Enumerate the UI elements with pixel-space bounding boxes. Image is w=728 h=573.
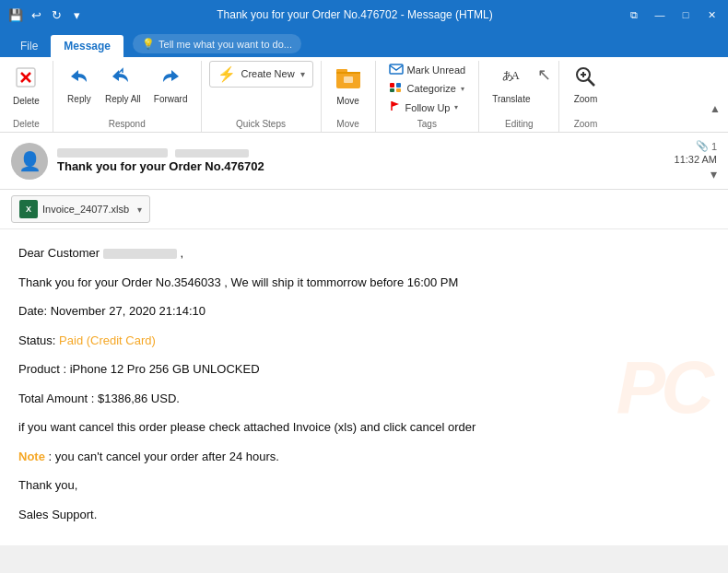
zoom-group-label: Zoom bbox=[567, 117, 604, 132]
sender-avatar: 👤 bbox=[11, 143, 48, 180]
ribbon-group-move: Move Move bbox=[322, 61, 376, 132]
sender-name-placeholder bbox=[57, 148, 168, 158]
cursor-icon[interactable]: ↖ bbox=[537, 64, 551, 85]
signature-line: Sales Support. bbox=[18, 506, 710, 524]
svg-text:A: A bbox=[511, 69, 520, 82]
flag-icon bbox=[389, 99, 402, 115]
follow-up-button[interactable]: Follow Up ▾ bbox=[383, 98, 472, 117]
followup-dropdown: ▾ bbox=[454, 103, 458, 111]
email-body: PC Dear Customer , Thank you for your Or… bbox=[0, 229, 728, 545]
ribbon-collapse-button[interactable]: ▲ bbox=[706, 99, 724, 119]
attachment-dropdown-icon[interactable]: ▾ bbox=[137, 205, 142, 215]
follow-up-label: Follow Up bbox=[405, 102, 451, 113]
reply-button[interactable]: Reply bbox=[61, 61, 98, 109]
minimize-button[interactable]: — bbox=[651, 6, 669, 24]
categorize-label: Categorize bbox=[407, 83, 456, 94]
popout-button[interactable]: ⧉ bbox=[625, 6, 643, 24]
categorize-icon bbox=[389, 81, 404, 96]
redacted-name bbox=[103, 249, 177, 259]
undo-icon[interactable]: ↩ bbox=[28, 6, 44, 23]
delete-group-content: Delete bbox=[7, 61, 45, 117]
avatar-icon: 👤 bbox=[18, 150, 41, 172]
window-title: Thank you for your Order No.476702 - Mes… bbox=[85, 8, 625, 21]
folder-icon bbox=[335, 64, 362, 94]
tell-me-label: Tell me what you want to do... bbox=[159, 39, 292, 50]
ribbon-collapse-area: ▲ bbox=[706, 57, 724, 160]
qa-dropdown-icon[interactable]: ▾ bbox=[68, 6, 85, 23]
window-controls: ⧉ — □ ✕ bbox=[625, 6, 721, 24]
respond-group-label: Respond bbox=[61, 117, 194, 132]
delete-button[interactable]: Delete bbox=[7, 61, 45, 111]
mark-unread-label: Mark Unread bbox=[407, 64, 466, 76]
editing-tools: ↖ bbox=[537, 61, 551, 85]
categorize-button[interactable]: Categorize ▾ bbox=[383, 79, 472, 98]
note-line: Note : you can't cancel your order after… bbox=[18, 448, 710, 466]
svg-rect-7 bbox=[390, 64, 403, 74]
editing-group-label: Editing bbox=[487, 117, 551, 132]
status-value: Paid (Credit Card) bbox=[59, 333, 156, 347]
quick-access-toolbar: 💾 ↩ ↻ ▾ bbox=[7, 6, 85, 23]
zoom-icon bbox=[573, 64, 597, 92]
save-icon[interactable]: 💾 bbox=[7, 6, 24, 23]
ribbon-group-respond: Reply Reply All bbox=[53, 61, 202, 132]
ribbon-group-zoom: Zoom Zoom bbox=[559, 61, 611, 132]
thank-you-line: Thank you, bbox=[18, 476, 710, 495]
expand-button[interactable]: ▾ bbox=[710, 167, 717, 181]
svg-rect-8 bbox=[390, 83, 394, 88]
move-button[interactable]: Move bbox=[329, 61, 368, 111]
move-label: Move bbox=[336, 96, 358, 107]
amount-line: Total Amount : $1386,86 USD. bbox=[18, 390, 710, 408]
email-subject: Thank you for your Order No.476702 bbox=[57, 159, 665, 173]
ribbon-group-delete: Delete Delete bbox=[0, 61, 53, 132]
svg-rect-6 bbox=[344, 76, 353, 83]
ribbon: Delete Delete Reply bbox=[0, 57, 728, 133]
reply-all-icon bbox=[111, 64, 135, 92]
tab-file[interactable]: File bbox=[7, 35, 51, 57]
quicksteps-group-content: ⚡ Create New ▾ bbox=[209, 61, 313, 117]
sender-email-placeholder bbox=[175, 149, 249, 158]
close-button[interactable]: ✕ bbox=[702, 6, 721, 24]
tab-bar: File Message 💡 Tell me what you want to … bbox=[0, 29, 728, 57]
zoom-button[interactable]: Zoom bbox=[567, 61, 604, 109]
delete-icon bbox=[13, 64, 39, 94]
zoom-group-content: Zoom bbox=[567, 61, 604, 117]
email-meta: Thank you for your Order No.476702 bbox=[57, 148, 665, 173]
redo-icon[interactable]: ↻ bbox=[48, 6, 65, 23]
svg-line-15 bbox=[588, 79, 594, 86]
svg-rect-10 bbox=[390, 88, 394, 92]
reply-all-label: Reply All bbox=[105, 94, 141, 105]
respond-group-content: Reply Reply All bbox=[61, 61, 194, 117]
attachment-file[interactable]: X Invoice_24077.xlsb ▾ bbox=[11, 195, 150, 223]
cancel-line: if you want cancel this order please che… bbox=[18, 418, 710, 437]
ribbon-group-tags: Mark Unread Categorize ▾ bbox=[376, 61, 480, 132]
ribbon-content: Delete Delete Reply bbox=[0, 57, 728, 133]
quicksteps-group-label: Quick Steps bbox=[209, 117, 313, 132]
title-bar-left: 💾 ↩ ↻ ▾ bbox=[7, 6, 85, 23]
svg-rect-5 bbox=[336, 72, 360, 74]
tab-message[interactable]: Message bbox=[51, 35, 123, 57]
ribbon-group-quicksteps: ⚡ Create New ▾ Quick Steps bbox=[202, 61, 322, 132]
mark-unread-button[interactable]: Mark Unread bbox=[383, 61, 472, 79]
maximize-button[interactable]: □ bbox=[676, 6, 695, 24]
sender-row bbox=[57, 148, 665, 158]
reply-icon bbox=[67, 64, 91, 92]
zoom-label: Zoom bbox=[574, 94, 598, 105]
forward-label: Forward bbox=[154, 94, 188, 105]
svg-rect-11 bbox=[396, 88, 401, 92]
date-line: Date: November 27, 2020 21:14:10 bbox=[18, 302, 710, 321]
move-group-content: Move bbox=[329, 61, 368, 117]
product-line: Product : iPhone 12 Pro 256 GB UNLOCKED bbox=[18, 360, 710, 379]
translate-button[interactable]: あ A Translate bbox=[487, 61, 535, 109]
attachment-bar: X Invoice_24077.xlsb ▾ bbox=[0, 190, 728, 229]
reply-all-button[interactable]: Reply All bbox=[100, 61, 147, 109]
move-group-label: Move bbox=[329, 117, 368, 132]
tell-me-input[interactable]: 💡 Tell me what you want to do... bbox=[133, 34, 301, 53]
attachment-filename: Invoice_24077.xlsb bbox=[42, 204, 129, 215]
create-new-button[interactable]: ⚡ Create New ▾ bbox=[209, 61, 313, 88]
forward-button[interactable]: Forward bbox=[148, 61, 194, 109]
tags-group-content: Mark Unread Categorize ▾ bbox=[383, 61, 472, 117]
lightbulb-icon: 💡 bbox=[142, 38, 155, 50]
create-new-dropdown: ▾ bbox=[300, 69, 305, 79]
translate-icon: あ A bbox=[499, 64, 523, 92]
mark-unread-icon bbox=[389, 63, 404, 77]
